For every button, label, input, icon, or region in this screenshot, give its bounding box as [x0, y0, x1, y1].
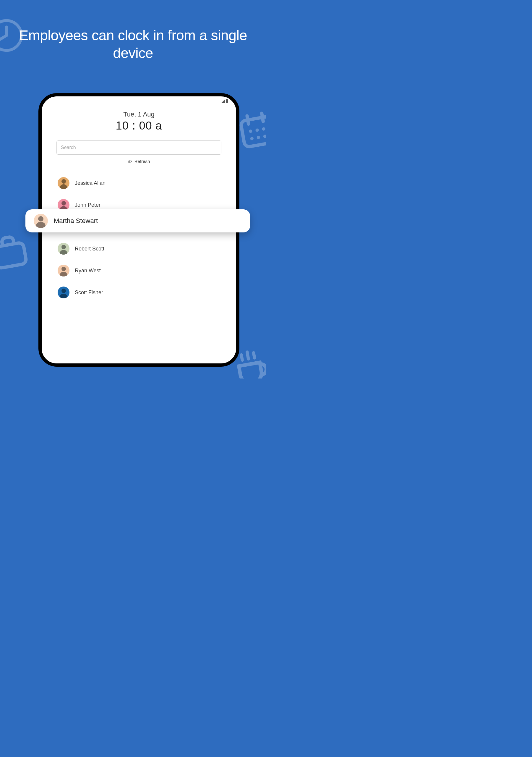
- signal-icon: [222, 99, 225, 103]
- employee-name: Ryan West: [75, 268, 101, 274]
- svg-point-9: [250, 136, 254, 140]
- search-input-wrapper[interactable]: [56, 140, 222, 155]
- employee-name: Jessica Allan: [75, 180, 105, 186]
- employee-name: Martha Stewart: [54, 217, 98, 225]
- refresh-icon: [128, 159, 132, 164]
- employee-name: Robert Scott: [75, 246, 104, 252]
- page-headline: Employees can clock in from a single dev…: [0, 27, 266, 62]
- avatar: [58, 265, 70, 277]
- employee-row[interactable]: Robert Scott: [56, 238, 222, 259]
- avatar: [58, 199, 70, 211]
- svg-point-10: [256, 136, 260, 139]
- refresh-button[interactable]: Refresh: [56, 159, 222, 164]
- svg-point-6: [249, 129, 252, 133]
- battery-icon: [226, 99, 228, 103]
- employee-row[interactable]: Ryan West: [56, 259, 222, 282]
- svg-point-0: [0, 21, 21, 50]
- refresh-label: Refresh: [134, 159, 150, 164]
- svg-line-2: [0, 36, 7, 40]
- current-date: Tue, 1 Aug: [56, 110, 222, 118]
- employee-name: Scott Fisher: [75, 289, 103, 296]
- employee-list: Jessica AllanJohn PeterRobert ScottRyan …: [56, 172, 222, 303]
- avatar: [58, 243, 70, 255]
- employee-row-highlighted[interactable]: Martha Stewart: [25, 209, 250, 232]
- avatar: [58, 177, 70, 189]
- current-time: 10 : 00 a: [56, 119, 222, 132]
- briefcase-icon: [0, 227, 33, 275]
- svg-point-8: [262, 127, 266, 131]
- clock-icon: [0, 18, 24, 53]
- svg-line-5: [262, 113, 263, 122]
- device-status-bar: [222, 99, 228, 103]
- svg-line-4: [247, 116, 249, 124]
- avatar: [34, 214, 48, 228]
- svg-line-15: [253, 353, 254, 358]
- employee-name: John Peter: [75, 202, 101, 208]
- svg-point-7: [255, 128, 259, 132]
- svg-line-14: [247, 352, 248, 359]
- employee-row[interactable]: Scott Fisher: [56, 282, 222, 303]
- search-input[interactable]: [61, 145, 217, 150]
- employee-row[interactable]: Jessica Allan: [56, 172, 222, 194]
- svg-point-11: [263, 134, 266, 138]
- svg-line-13: [242, 355, 242, 360]
- avatar: [58, 287, 70, 298]
